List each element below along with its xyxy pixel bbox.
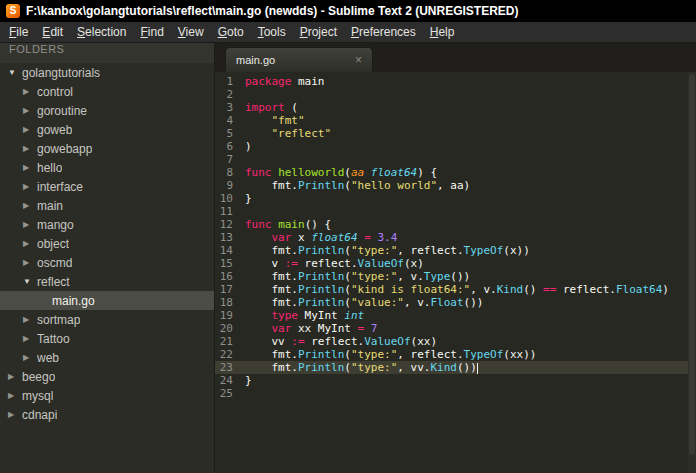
expand-arrow-icon[interactable]: ▶ [23, 334, 37, 343]
tree-item-label: mango [37, 218, 74, 232]
tab-close-icon[interactable]: × [355, 53, 362, 67]
code-line-4[interactable]: 4 "fmt" [215, 114, 696, 127]
expand-arrow-icon[interactable]: ▶ [23, 258, 37, 267]
code-line-15[interactable]: 15 v := reflect.ValueOf(x) [215, 257, 696, 270]
code-line-2[interactable]: 2 [215, 88, 696, 101]
line-number: 19 [215, 309, 245, 322]
code-line-14[interactable]: 14 fmt.Println("type:", reflect.TypeOf(x… [215, 244, 696, 257]
expand-arrow-icon[interactable]: ▶ [23, 163, 37, 172]
code-line-13[interactable]: 13 var x float64 = 3.4 [215, 231, 696, 244]
tab-main-go[interactable]: main.go × [225, 47, 373, 72]
vertical-scrollbar[interactable] [688, 72, 696, 473]
folder-object[interactable]: ▶object [0, 234, 214, 253]
folder-goweb[interactable]: ▶goweb [0, 120, 214, 139]
folder-control[interactable]: ▶control [0, 82, 214, 101]
menu-file[interactable]: File [2, 25, 35, 39]
code-line-11[interactable]: 11 [215, 205, 696, 218]
expand-arrow-icon[interactable]: ▶ [23, 353, 37, 362]
line-number: 11 [215, 205, 245, 218]
expand-arrow-icon[interactable]: ▶ [8, 410, 22, 419]
code-line-16[interactable]: 16 fmt.Println("type:", v.Type()) [215, 270, 696, 283]
expand-arrow-icon[interactable]: ▶ [23, 315, 37, 324]
code-line-18[interactable]: 18 fmt.Println("value:", v.Float()) [215, 296, 696, 309]
tree-item-label: main [37, 199, 63, 213]
code-line-6[interactable]: 6) [215, 140, 696, 153]
line-number: 16 [215, 270, 245, 283]
folder-oscmd[interactable]: ▶oscmd [0, 253, 214, 272]
menu-preferences[interactable]: Preferences [344, 25, 423, 39]
expand-arrow-icon[interactable]: ▶ [23, 106, 37, 115]
line-number: 10 [215, 192, 245, 205]
code-line-8[interactable]: 8func helloworld(aa float64) { [215, 166, 696, 179]
menu-edit[interactable]: Edit [35, 25, 70, 39]
expand-arrow-icon[interactable]: ▶ [23, 220, 37, 229]
code-line-25[interactable]: 25 [215, 387, 696, 400]
line-number: 14 [215, 244, 245, 257]
code-line-20[interactable]: 20 var xx MyInt = 7 [215, 322, 696, 335]
code-line-21[interactable]: 21 vv := reflect.ValueOf(xx) [215, 335, 696, 348]
expand-arrow-icon[interactable]: ▶ [8, 391, 22, 400]
code-text: var x float64 = 3.4 [245, 231, 397, 244]
tree-item-label: sortmap [37, 313, 80, 327]
collapse-arrow-icon[interactable]: ▼ [8, 68, 22, 77]
code-line-5[interactable]: 5 "reflect" [215, 127, 696, 140]
expand-arrow-icon[interactable]: ▶ [23, 125, 37, 134]
code-line-23[interactable]: 23 fmt.Println("type:", vv.Kind()) [215, 361, 696, 374]
expand-arrow-icon[interactable]: ▶ [23, 144, 37, 153]
code-text: } [245, 374, 252, 387]
menu-project[interactable]: Project [293, 25, 344, 39]
line-number: 9 [215, 179, 245, 192]
folder-mango[interactable]: ▶mango [0, 215, 214, 234]
expand-arrow-icon[interactable]: ▶ [23, 87, 37, 96]
collapse-arrow-icon[interactable]: ▼ [23, 277, 37, 286]
menu-selection[interactable]: Selection [70, 25, 133, 39]
code-text: type MyInt int [245, 309, 364, 322]
menu-tools[interactable]: Tools [251, 25, 293, 39]
code-line-17[interactable]: 17 fmt.Println("kind is float64:", v.Kin… [215, 283, 696, 296]
tree-item-label: reflect [37, 275, 70, 289]
line-number: 13 [215, 231, 245, 244]
folder-goroutine[interactable]: ▶goroutine [0, 101, 214, 120]
expand-arrow-icon[interactable]: ▶ [23, 239, 37, 248]
code-line-24[interactable]: 24} [215, 374, 696, 387]
folder-gowebapp[interactable]: ▶gowebapp [0, 139, 214, 158]
menu-goto[interactable]: Goto [211, 25, 251, 39]
folder-tattoo[interactable]: ▶Tattoo [0, 329, 214, 348]
expand-arrow-icon[interactable]: ▶ [8, 372, 22, 381]
code-line-22[interactable]: 22 fmt.Println("type:", reflect.TypeOf(x… [215, 348, 696, 361]
folder-golangtutorials[interactable]: ▼golangtutorials [0, 63, 214, 82]
tree-item-label: interface [37, 180, 83, 194]
code-line-9[interactable]: 9 fmt.Println("hello world", aa) [215, 179, 696, 192]
tree-item-label: web [37, 351, 59, 365]
folder-beego[interactable]: ▶beego [0, 367, 214, 386]
code-line-7[interactable]: 7 [215, 153, 696, 166]
expand-arrow-icon[interactable]: ▶ [23, 182, 37, 191]
menu-help[interactable]: Help [423, 25, 462, 39]
file-main-go[interactable]: main.go [0, 291, 214, 310]
folder-main[interactable]: ▶main [0, 196, 214, 215]
menu-find[interactable]: Find [133, 25, 170, 39]
code-editor[interactable]: 1package main23import (4 "fmt"5 "reflect… [215, 72, 696, 473]
scrollbar-thumb[interactable] [689, 74, 695, 455]
folder-sortmap[interactable]: ▶sortmap [0, 310, 214, 329]
code-line-3[interactable]: 3import ( [215, 101, 696, 114]
code-line-12[interactable]: 12func main() { [215, 218, 696, 231]
editor-pane: main.go × 1package main23import (4 "fmt"… [215, 43, 696, 473]
folder-cdnapi[interactable]: ▶cdnapi [0, 405, 214, 424]
code-line-10[interactable]: 10} [215, 192, 696, 205]
code-text: fmt.Println("kind is float64:", v.Kind()… [245, 283, 669, 296]
menu-view[interactable]: View [171, 25, 211, 39]
folders-header: FOLDERS [0, 43, 214, 63]
folder-web[interactable]: ▶web [0, 348, 214, 367]
folder-interface[interactable]: ▶interface [0, 177, 214, 196]
title-bar[interactable]: S F:\kanbox\golangtutorials\reflect\main… [0, 0, 696, 22]
code-line-1[interactable]: 1package main [215, 75, 696, 88]
folder-mysql[interactable]: ▶mysql [0, 386, 214, 405]
sublime-window: S F:\kanbox\golangtutorials\reflect\main… [0, 0, 696, 473]
folder-hello[interactable]: ▶hello [0, 158, 214, 177]
folder-reflect[interactable]: ▼reflect [0, 272, 214, 291]
code-line-19[interactable]: 19 type MyInt int [215, 309, 696, 322]
code-text: "fmt" [245, 114, 305, 127]
expand-arrow-icon[interactable]: ▶ [23, 201, 37, 210]
line-number: 8 [215, 166, 245, 179]
